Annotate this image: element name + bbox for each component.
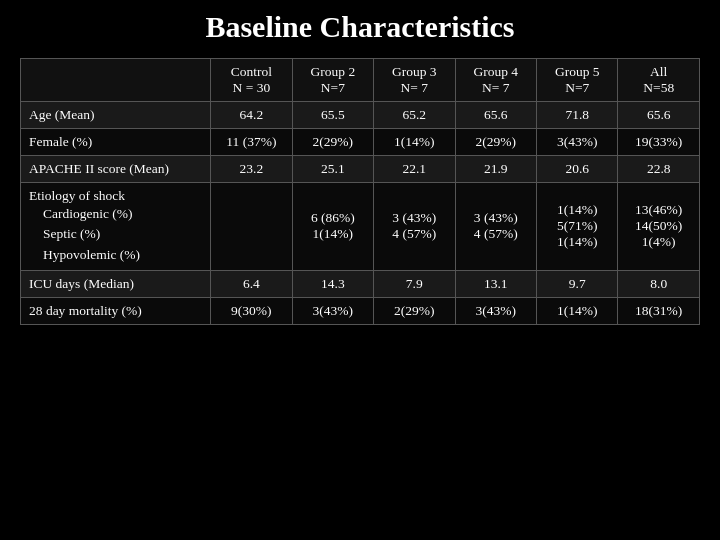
cell-apache-g5: 20.6 [537, 156, 618, 183]
cell-etiology-all: 13(46%)14(50%)1(4%) [618, 183, 700, 271]
row-label-icu: ICU days (Median) [21, 270, 211, 297]
cell-icu-all: 8.0 [618, 270, 700, 297]
cell-etiology-g2: 6 (86%)1(14%) [292, 183, 373, 271]
header-empty [21, 59, 211, 102]
cell-mortality-g2: 3(43%) [292, 297, 373, 324]
cell-mortality-g5: 1(14%) [537, 297, 618, 324]
cell-etiology-g3: 3 (43%)4 (57%) [374, 183, 455, 271]
cell-apache-g3: 22.1 [374, 156, 455, 183]
row-label-apache: APACHE II score (Mean) [21, 156, 211, 183]
table-row: Age (Mean) 64.2 65.5 65.2 65.6 71.8 65.6 [21, 102, 700, 129]
characteristics-table: ControlN = 30 Group 2N=7 Group 3N= 7 Gro… [20, 58, 700, 325]
cell-icu-g2: 14.3 [292, 270, 373, 297]
page: Baseline Characteristics ControlN = 30 G… [0, 0, 720, 540]
cell-age-g4: 65.6 [455, 102, 536, 129]
cell-female-g4: 2(29%) [455, 129, 536, 156]
row-label-mortality: 28 day mortality (%) [21, 297, 211, 324]
row-label-female: Female (%) [21, 129, 211, 156]
cell-mortality-all: 18(31%) [618, 297, 700, 324]
header-g5: Group 5N=7 [537, 59, 618, 102]
table-row: 28 day mortality (%) 9(30%) 3(43%) 2(29%… [21, 297, 700, 324]
cell-age-g3: 65.2 [374, 102, 455, 129]
table-row-etiology: Etiology of shock Cardiogenic (%)Septic … [21, 183, 700, 271]
cell-mortality-control: 9(30%) [211, 297, 292, 324]
cell-age-control: 64.2 [211, 102, 292, 129]
cell-age-all: 65.6 [618, 102, 700, 129]
table-header-row: ControlN = 30 Group 2N=7 Group 3N= 7 Gro… [21, 59, 700, 102]
cell-etiology-control [211, 183, 292, 271]
table-row: APACHE II score (Mean) 23.2 25.1 22.1 21… [21, 156, 700, 183]
cell-female-all: 19(33%) [618, 129, 700, 156]
cell-icu-g3: 7.9 [374, 270, 455, 297]
header-all: AllN=58 [618, 59, 700, 102]
table-row: Female (%) 11 (37%) 2(29%) 1(14%) 2(29%)… [21, 129, 700, 156]
cell-apache-control: 23.2 [211, 156, 292, 183]
cell-etiology-g4: 3 (43%)4 (57%) [455, 183, 536, 271]
cell-mortality-g4: 3(43%) [455, 297, 536, 324]
cell-icu-control: 6.4 [211, 270, 292, 297]
cell-female-g3: 1(14%) [374, 129, 455, 156]
header-control: ControlN = 30 [211, 59, 292, 102]
cell-mortality-g3: 2(29%) [374, 297, 455, 324]
header-g4: Group 4N= 7 [455, 59, 536, 102]
page-title: Baseline Characteristics [20, 10, 700, 44]
cell-apache-g2: 25.1 [292, 156, 373, 183]
header-g2: Group 2N=7 [292, 59, 373, 102]
cell-apache-g4: 21.9 [455, 156, 536, 183]
cell-age-g5: 71.8 [537, 102, 618, 129]
row-label-age: Age (Mean) [21, 102, 211, 129]
header-g3: Group 3N= 7 [374, 59, 455, 102]
cell-icu-g4: 13.1 [455, 270, 536, 297]
table-row: ICU days (Median) 6.4 14.3 7.9 13.1 9.7 … [21, 270, 700, 297]
cell-female-control: 11 (37%) [211, 129, 292, 156]
cell-female-g2: 2(29%) [292, 129, 373, 156]
cell-female-g5: 3(43%) [537, 129, 618, 156]
cell-apache-all: 22.8 [618, 156, 700, 183]
cell-age-g2: 65.5 [292, 102, 373, 129]
row-label-etiology: Etiology of shock Cardiogenic (%)Septic … [21, 183, 211, 271]
cell-etiology-g5: 1(14%)5(71%)1(14%) [537, 183, 618, 271]
cell-icu-g5: 9.7 [537, 270, 618, 297]
